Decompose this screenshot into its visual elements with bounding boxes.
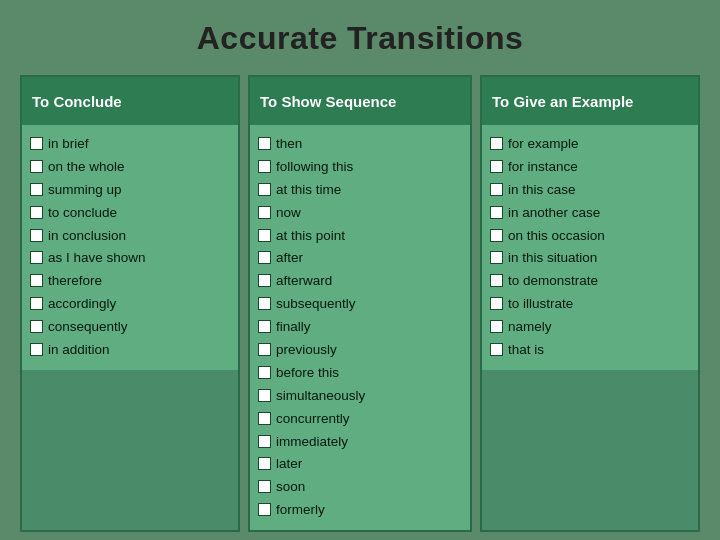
item-text: later: [276, 455, 302, 474]
item-text: after: [276, 249, 303, 268]
item-text: for example: [508, 135, 579, 154]
list-item: therefore: [30, 270, 232, 293]
list-item: as I have shown: [30, 247, 232, 270]
page-title: Accurate Transitions: [197, 20, 524, 57]
checkbox-icon[interactable]: [258, 480, 271, 493]
list-item: accordingly: [30, 293, 232, 316]
item-text: simultaneously: [276, 387, 365, 406]
checkbox-icon[interactable]: [490, 206, 503, 219]
item-text: to demonstrate: [508, 272, 598, 291]
checkbox-icon[interactable]: [258, 297, 271, 310]
item-text: at this point: [276, 227, 345, 246]
item-text: now: [276, 204, 301, 223]
item-text: subsequently: [276, 295, 356, 314]
list-item: for example: [490, 133, 692, 156]
list-item: formerly: [258, 499, 464, 522]
checkbox-icon[interactable]: [490, 251, 503, 264]
item-text: finally: [276, 318, 311, 337]
checkbox-icon[interactable]: [490, 183, 503, 196]
list-item: in conclusion: [30, 225, 232, 248]
list-item: afterward: [258, 270, 464, 293]
checkbox-icon[interactable]: [30, 229, 43, 242]
list-item: later: [258, 453, 464, 476]
checkbox-icon[interactable]: [490, 229, 503, 242]
list-item: finally: [258, 316, 464, 339]
checkbox-icon[interactable]: [258, 160, 271, 173]
column-body-conclude: in briefon the wholesumming upto conclud…: [22, 125, 238, 370]
item-text: as I have shown: [48, 249, 146, 268]
checkbox-icon[interactable]: [258, 274, 271, 287]
item-text: to illustrate: [508, 295, 573, 314]
item-text: summing up: [48, 181, 122, 200]
item-text: in conclusion: [48, 227, 126, 246]
list-item: to illustrate: [490, 293, 692, 316]
column-header-conclude: To Conclude: [22, 77, 238, 125]
checkbox-icon[interactable]: [258, 320, 271, 333]
list-item: simultaneously: [258, 385, 464, 408]
checkbox-icon[interactable]: [258, 137, 271, 150]
item-text: formerly: [276, 501, 325, 520]
item-text: in another case: [508, 204, 600, 223]
column-header-example: To Give an Example: [482, 77, 698, 125]
checkbox-icon[interactable]: [30, 206, 43, 219]
item-text: that is: [508, 341, 544, 360]
item-text: accordingly: [48, 295, 116, 314]
checkbox-icon[interactable]: [490, 274, 503, 287]
checkbox-icon[interactable]: [30, 274, 43, 287]
list-item: at this time: [258, 179, 464, 202]
checkbox-icon[interactable]: [490, 160, 503, 173]
checkbox-icon[interactable]: [258, 412, 271, 425]
list-item: consequently: [30, 316, 232, 339]
list-item: then: [258, 133, 464, 156]
checkbox-icon[interactable]: [490, 343, 503, 356]
column-body-sequence: thenfollowing thisat this timenowat this…: [250, 125, 470, 530]
column-header-sequence: To Show Sequence: [250, 77, 470, 125]
checkbox-icon[interactable]: [258, 503, 271, 516]
checkbox-icon[interactable]: [30, 137, 43, 150]
list-item: for instance: [490, 156, 692, 179]
checkbox-icon[interactable]: [258, 435, 271, 448]
checkbox-icon[interactable]: [258, 343, 271, 356]
item-text: following this: [276, 158, 353, 177]
list-item: soon: [258, 476, 464, 499]
checkbox-icon[interactable]: [490, 320, 503, 333]
checkbox-icon[interactable]: [490, 297, 503, 310]
list-item: concurrently: [258, 408, 464, 431]
checkbox-icon[interactable]: [258, 457, 271, 470]
item-text: on this occasion: [508, 227, 605, 246]
column-conclude: To Concludein briefon the wholesumming u…: [20, 75, 240, 532]
column-example: To Give an Examplefor examplefor instanc…: [480, 75, 700, 532]
checkbox-icon[interactable]: [30, 251, 43, 264]
list-item: that is: [490, 339, 692, 362]
checkbox-icon[interactable]: [258, 183, 271, 196]
checkbox-icon[interactable]: [30, 343, 43, 356]
list-item: in another case: [490, 202, 692, 225]
checkbox-icon[interactable]: [30, 183, 43, 196]
column-body-example: for examplefor instancein this casein an…: [482, 125, 698, 370]
list-item: now: [258, 202, 464, 225]
item-text: concurrently: [276, 410, 350, 429]
list-item: subsequently: [258, 293, 464, 316]
checkbox-icon[interactable]: [258, 229, 271, 242]
item-text: in this situation: [508, 249, 597, 268]
item-text: soon: [276, 478, 305, 497]
checkbox-icon[interactable]: [490, 137, 503, 150]
checkbox-icon[interactable]: [258, 251, 271, 264]
item-text: to conclude: [48, 204, 117, 223]
item-text: consequently: [48, 318, 128, 337]
columns-container: To Concludein briefon the wholesumming u…: [20, 75, 700, 532]
item-text: namely: [508, 318, 552, 337]
item-text: in this case: [508, 181, 576, 200]
checkbox-icon[interactable]: [258, 389, 271, 402]
checkbox-icon[interactable]: [258, 366, 271, 379]
item-text: at this time: [276, 181, 341, 200]
list-item: in addition: [30, 339, 232, 362]
list-item: before this: [258, 362, 464, 385]
checkbox-icon[interactable]: [30, 320, 43, 333]
list-item: after: [258, 247, 464, 270]
item-text: on the whole: [48, 158, 125, 177]
checkbox-icon[interactable]: [258, 206, 271, 219]
checkbox-icon[interactable]: [30, 297, 43, 310]
list-item: namely: [490, 316, 692, 339]
checkbox-icon[interactable]: [30, 160, 43, 173]
